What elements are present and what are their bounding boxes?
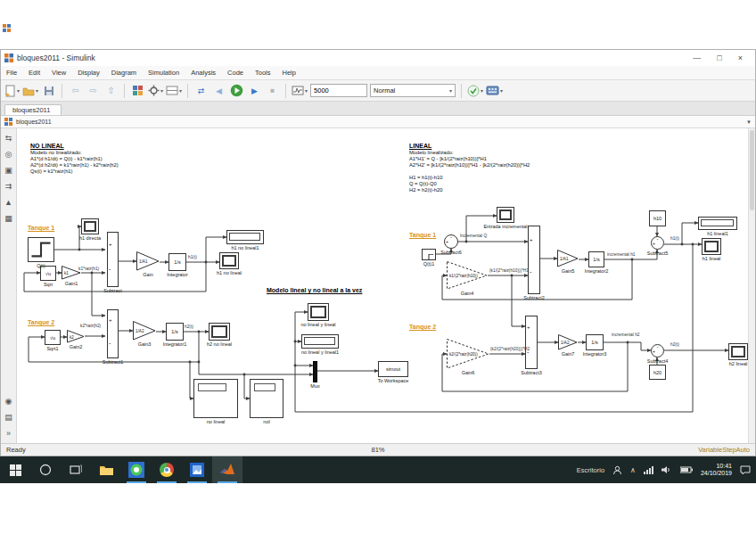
gain5[interactable]: 1/A1 [557,250,579,267]
step-qt[interactable] [28,237,54,262]
mux[interactable] [313,361,317,382]
action-center-icon[interactable] [740,465,751,475]
to-workspace[interactable]: simout [378,361,408,377]
step-back-button[interactable]: ◀ [211,83,226,98]
tanque1-lineal-label[interactable]: Tanque 1 [409,232,436,239]
scrollbar-thumb[interactable] [750,130,754,210]
expand-icon[interactable]: » [3,427,15,440]
sample-time-icon[interactable]: ▦ [3,212,15,225]
tab-bloques2011[interactable]: bloques2011 [4,104,62,115]
matlab-button[interactable] [212,456,242,483]
fit-view-icon[interactable]: ▣ [3,164,15,177]
menu-simulation[interactable]: Simulation [148,69,179,77]
vertical-scrollbar[interactable] [748,128,755,443]
run-button[interactable] [229,83,244,98]
constant-h10[interactable]: h10 [649,210,666,226]
menu-diagram[interactable]: Diagram [111,69,136,77]
display-no-lineal-y-lineal[interactable] [301,334,339,349]
gain[interactable]: 1/A1 [136,251,160,271]
desktop-toolbar-label[interactable]: Escritorio [577,466,604,474]
stop-button[interactable]: ■ [265,83,280,98]
model-settings-button[interactable]: ▾ [148,83,163,98]
people-icon[interactable] [612,465,622,475]
whatsapp-button[interactable] [121,456,152,483]
volume-icon[interactable] [662,465,672,474]
lineal-notes[interactable]: LINEALModelo linealizado:A1*H1' = Q - [k… [409,143,530,168]
simulation-mode-select[interactable]: Normal ▾ [370,84,456,97]
model-canvas[interactable]: NO LINEALModelo no linealizado:A1*(d h1/… [17,128,749,443]
gain3[interactable]: 1/A2 [133,321,156,341]
menu-tools[interactable]: Tools [255,69,271,77]
back-button[interactable]: ⇦ [68,83,83,98]
forward-button[interactable]: ⇨ [86,83,101,98]
subtract6[interactable]: -+ [444,234,458,249]
network-icon[interactable] [644,465,653,474]
dock-browser-icon[interactable]: ⇆ [3,132,15,144]
subtract4[interactable]: -+ [651,344,664,357]
open-button[interactable]: ▾ [22,83,38,98]
gain2[interactable]: k2 [67,330,85,343]
file-explorer-button[interactable] [91,456,121,483]
model-browser-button[interactable]: ▾ [166,83,182,98]
forward-icon[interactable]: ⇉ [3,180,15,193]
integrator[interactable]: 1/s [168,253,186,271]
step-forward-button[interactable]: ▶ [247,83,262,98]
subtract3[interactable]: +- [525,316,538,369]
start-button[interactable] [0,456,30,483]
menu-view[interactable]: View [52,69,66,77]
record-icon[interactable]: ◉ [3,395,15,407]
display-h1-no-lineal[interactable] [226,230,264,244]
photos-button[interactable] [182,456,212,483]
menu-help[interactable]: Help [283,69,296,77]
save-button[interactable] [41,83,56,98]
menu-edit[interactable]: Edit [29,69,40,77]
up-to-parent-button[interactable]: ⇧ [103,83,119,98]
menu-code[interactable]: Code [227,69,243,77]
integrator1[interactable]: 1/s [166,323,184,341]
stop-time-field[interactable] [310,84,367,97]
integrator3[interactable]: 1/s [586,334,604,350]
menu-file[interactable]: File [6,69,17,77]
maximize-button[interactable]: □ [717,53,721,62]
task-view-button[interactable] [61,456,91,483]
display-h1-lineal[interactable] [698,217,737,230]
no-lineal-notes[interactable]: NO LINEALModelo no linealizado:A1*(d h1/… [30,143,119,175]
scope-h2-lineal[interactable] [728,343,748,360]
subtract5[interactable]: -+ [651,236,664,250]
gain7[interactable]: 1/A2 [558,334,578,350]
breadcrumb[interactable]: bloques2011 [16,119,52,125]
tanque1-no-lineal-label[interactable]: Tanque 1 [28,225,54,232]
search-button[interactable] [30,456,61,483]
scope-entrada-incremental[interactable] [497,207,514,223]
constant-h20[interactable]: h20 [649,365,666,380]
update-diagram-button[interactable]: ⇄ [193,83,209,98]
subtract2[interactable]: +- [528,226,540,294]
scope-h1-no-lineal[interactable] [219,252,239,269]
hidden-icons-chevron-icon[interactable]: ∧ [630,466,636,474]
subtract1[interactable]: +- [107,309,119,358]
scope-h2-no-lineal[interactable] [209,323,230,341]
simulation-display-button[interactable]: ▾ [292,83,308,98]
sqrt1-block[interactable]: √u [45,330,61,345]
menu-analysis[interactable]: Analysis [191,69,216,77]
new-model-button[interactable]: ▾ [4,83,20,98]
menu-display[interactable]: Display [78,69,100,77]
integrator2[interactable]: 1/s [588,251,604,267]
property-inspector-icon[interactable]: ▤ [3,411,15,423]
scope-h1-directa[interactable] [81,218,99,234]
solver-indicator[interactable]: VariableStepAuto [698,446,750,454]
breadcrumb-dropdown-icon[interactable]: ▼ [746,119,752,125]
zoom-icon[interactable]: ◎ [3,148,15,160]
center-title[interactable]: Modelo lineal y no lineal a la vez [267,287,362,294]
annotation-icon[interactable]: ▲ [3,196,15,209]
lineal-defs[interactable]: H1 = h1(t)-h10Q = Q(t)-Q0H2 = h2(t)-h20 [409,175,443,193]
close-button[interactable]: × [738,53,743,62]
scope-h1-lineal[interactable] [702,238,721,255]
minimize-button[interactable]: — [693,53,701,62]
battery-icon[interactable] [680,466,693,473]
taskbar-clock[interactable]: 10:41 24/10/2019 [701,463,732,477]
tanque2-no-lineal-label[interactable]: Tanque 2 [28,319,54,326]
big-display-nol[interactable] [250,379,284,418]
big-display-no-lineal[interactable] [193,379,238,418]
gain6[interactable]: k2/(2*raiz(h20)) [447,339,489,369]
